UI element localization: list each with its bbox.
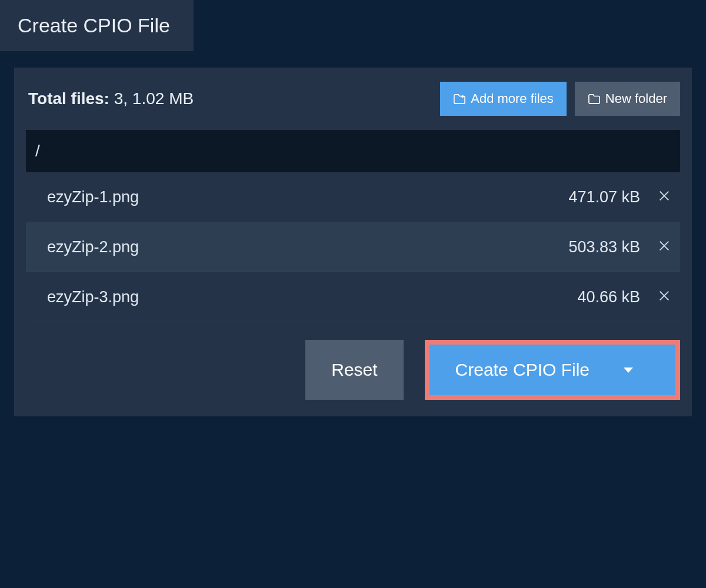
remove-file-icon[interactable] (652, 238, 677, 256)
new-folder-button[interactable]: New folder (575, 82, 680, 116)
path-row[interactable]: / (26, 130, 680, 172)
path-text: / (35, 142, 40, 160)
create-label: Create CPIO File (455, 360, 590, 380)
caret-down-icon (624, 368, 633, 373)
file-size: 40.66 kB (577, 288, 640, 306)
tab-label: Create CPIO File (18, 14, 170, 36)
tab-create-cpio[interactable]: Create CPIO File (0, 0, 194, 51)
create-cpio-button[interactable]: Create CPIO File (429, 345, 675, 395)
total-files-count: 3 (114, 89, 124, 108)
folder-plus-icon (453, 93, 466, 105)
file-list-section: / ezyZip-1.png 471.07 kB ezyZip-2.png 50… (14, 130, 692, 322)
file-name: ezyZip-1.png (47, 188, 139, 206)
total-files-summary: Total files: 3, 1.02 MB (28, 89, 194, 108)
file-row: ezyZip-2.png 503.83 kB (26, 222, 680, 272)
add-more-files-button[interactable]: Add more files (440, 82, 567, 116)
file-row: ezyZip-3.png 40.66 kB (26, 272, 680, 322)
folder-icon (588, 93, 601, 105)
file-row: ezyZip-1.png 471.07 kB (26, 172, 680, 222)
reset-label: Reset (331, 360, 377, 380)
total-files-label: Total files: (28, 89, 109, 108)
header-row: Total files: 3, 1.02 MB Add more files (14, 68, 692, 130)
total-files-size: 1.02 MB (132, 89, 194, 108)
new-folder-label: New folder (605, 91, 667, 106)
remove-file-icon[interactable] (652, 288, 677, 306)
add-more-files-label: Add more files (471, 91, 554, 106)
footer-actions: Reset Create CPIO File (14, 322, 692, 416)
file-name: ezyZip-3.png (47, 288, 139, 306)
reset-button[interactable]: Reset (305, 340, 403, 400)
create-button-highlight: Create CPIO File (425, 340, 680, 400)
main-panel: Total files: 3, 1.02 MB Add more files (14, 68, 692, 416)
file-name: ezyZip-2.png (47, 238, 139, 256)
file-size: 471.07 kB (568, 188, 640, 206)
file-size: 503.83 kB (568, 238, 640, 256)
header-buttons: Add more files New folder (440, 82, 680, 116)
remove-file-icon[interactable] (652, 188, 677, 206)
